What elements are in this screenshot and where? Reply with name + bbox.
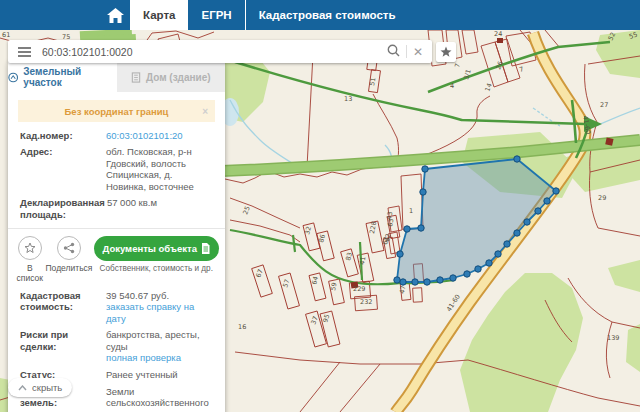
info-label: Кадастровая стоимость: [20, 290, 104, 325]
tab-cadastral-value[interactable]: Кадастровая стоимость [246, 0, 409, 30]
parcel-vertex-dot[interactable] [464, 271, 470, 277]
map-label: 29 [598, 194, 606, 202]
map-label: 47 [398, 285, 407, 295]
share-button[interactable] [57, 236, 81, 260]
object-documents-button[interactable]: Документы объекта [94, 236, 220, 261]
parcel-vertex-dot[interactable] [424, 279, 430, 285]
info-link[interactable]: заказать справку на дату [106, 301, 213, 324]
parcel-vertex-dot[interactable] [422, 166, 428, 172]
parcel-vertex-dot[interactable] [504, 241, 510, 247]
notice-close-icon[interactable]: × [202, 106, 208, 117]
map-label: 4 [450, 82, 454, 90]
app-window: 61752452551351743/1261472729143622532862… [0, 0, 640, 412]
clear-search-icon[interactable]: ✕ [413, 46, 423, 58]
parcel-vertex-dot[interactable] [418, 225, 424, 231]
info-value: 60:03:0102101:20 [104, 130, 213, 142]
parcel-vertex-dot[interactable] [400, 279, 406, 285]
search-divider [406, 45, 407, 58]
map-label: 59 [329, 282, 339, 292]
map-label: 24 [494, 30, 502, 38]
info-label: Адрес: [20, 146, 104, 192]
info-value: банкротства, аресты, судыполная проверка [104, 329, 213, 364]
info-value: Ранее учтенный [104, 369, 213, 381]
parcel-vertex-dot[interactable] [404, 226, 410, 232]
map-label: 232 [360, 298, 372, 306]
add-to-list-label: В список [14, 263, 46, 283]
map-label: 62 [381, 236, 390, 246]
map-label: 63 [386, 218, 395, 228]
info-row: Риски при сделки:банкротства, аресты, су… [8, 327, 225, 367]
map-label: 1 [409, 207, 413, 215]
home-icon[interactable] [100, 0, 130, 30]
info-row: Адрес:обл. Псковская, р-н Гдовский, воло… [8, 144, 225, 195]
parcel-vertex-dot[interactable] [514, 230, 520, 236]
chevron-up-icon [18, 385, 27, 391]
add-to-list-action: В список [14, 236, 46, 283]
tab-egrn[interactable]: ЕГРН [188, 0, 244, 30]
parcel-vertex-dot[interactable] [514, 156, 520, 162]
info-value: Земли сельскохозяйственного назначения [104, 386, 213, 412]
search-icon[interactable] [387, 43, 400, 61]
parcel-vertex-dot[interactable] [412, 279, 418, 285]
parcel-vertex-dot[interactable] [486, 260, 492, 266]
star-outline-icon [24, 242, 36, 254]
share-label: Поделиться [46, 263, 92, 273]
parcel-vertex-dot[interactable] [437, 277, 443, 283]
star-icon [440, 46, 452, 58]
tab-building-label: Дом (здание) [146, 72, 211, 83]
info-value: 39 540.67 руб.заказать справку на дату [104, 290, 213, 325]
share-icon [63, 242, 75, 254]
notice-text: Без координат границ [65, 106, 169, 117]
parcel-vertex-dot[interactable] [544, 198, 550, 204]
parcel-vertex-dot[interactable] [394, 277, 400, 283]
map-label: 27 [600, 101, 608, 109]
search-input[interactable] [40, 45, 387, 59]
map-label: 139 [607, 334, 619, 342]
building-icon [131, 72, 141, 83]
no-boundaries-notice: Без координат границ × [18, 100, 215, 122]
parcel-vertex-dot[interactable] [475, 266, 481, 272]
hide-panel-button[interactable]: скрыть [8, 378, 72, 397]
parcel-vertex-dot[interactable] [495, 251, 501, 257]
top-nav: Карта ЕГРН Кадастровая стоимость [0, 0, 640, 30]
favorites-map-button[interactable] [436, 42, 456, 62]
tab-map[interactable]: Карта [130, 0, 188, 30]
hide-panel-label: скрыть [32, 382, 62, 393]
document-icon [201, 243, 210, 254]
tab-building[interactable]: Дом (здание) [117, 62, 226, 92]
info-value: 57 000 кв.м [105, 197, 213, 220]
panel-tabs: Земельный участок Дом (здание) [8, 62, 225, 92]
actions-row: В список Поделиться Документы объекта Со… [8, 233, 225, 287]
map-label: 229 [353, 285, 365, 293]
object-docs-action: Документы объекта Собственник, стоимость… [92, 236, 220, 273]
parcel-info-panel: Земельный участок Дом (здание) Без коорд… [8, 62, 225, 412]
map-label: 16 [238, 323, 246, 331]
parcel-vertex-dot[interactable] [397, 251, 403, 257]
info-value: обл. Псковская, р-н Гдовский, волость Сп… [104, 146, 213, 192]
parcel-vertex-dot[interactable] [420, 189, 426, 195]
info-row: Кадастровая стоимость:39 540.67 руб.зака… [8, 287, 225, 327]
map-label: 41 [358, 256, 367, 266]
map-label: 13 [344, 95, 352, 103]
info-rows-top: Кад.номер:60:03:0102101:20Адрес:обл. Пск… [8, 127, 225, 223]
parcel-vertex-dot[interactable] [450, 275, 456, 281]
parcel-vertex-dot[interactable] [524, 219, 530, 225]
info-link[interactable]: полная проверка [106, 352, 213, 364]
menu-icon[interactable] [8, 47, 40, 57]
tab-land-parcel[interactable]: Земельный участок [8, 62, 117, 92]
object-documents-label: Документы объекта [103, 243, 198, 254]
parcel-vertex-dot[interactable] [553, 188, 559, 194]
add-to-list-button[interactable] [18, 236, 42, 260]
object-documents-subtitle: Собственник, стоимость и др. [94, 264, 220, 273]
share-action: Поделиться [46, 236, 92, 273]
info-label: Кад.номер: [20, 130, 104, 142]
parcel-icon [8, 72, 18, 83]
tab-land-parcel-label: Земельный участок [23, 66, 116, 88]
parcel-vertex-dot[interactable] [535, 208, 541, 214]
search-bar: ✕ [8, 40, 432, 63]
info-label: Декларированная площадь: [20, 197, 105, 220]
info-row: Кад.номер:60:03:0102101:20 [8, 127, 225, 144]
info-label: Риски при сделки: [20, 329, 104, 364]
panel-divider [8, 228, 225, 229]
info-row: Декларированная площадь:57 000 кв.м [8, 195, 225, 223]
